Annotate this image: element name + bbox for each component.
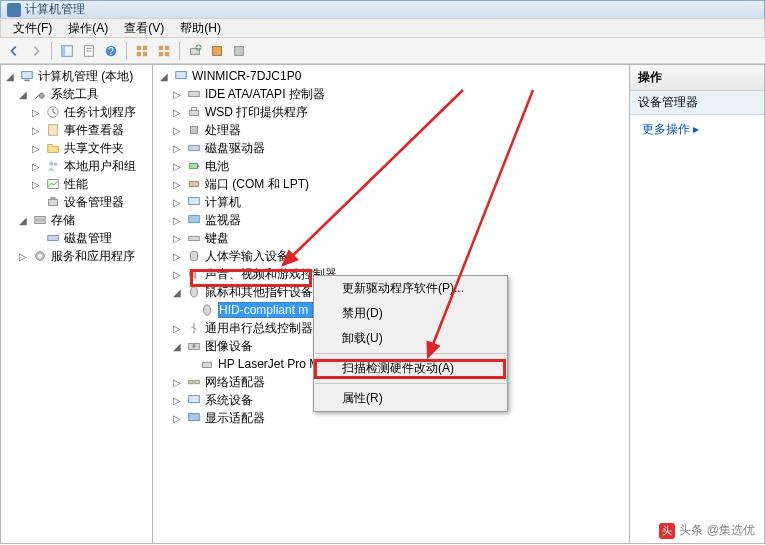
svg-rect-15	[191, 48, 200, 54]
back-button[interactable]	[4, 41, 24, 61]
svg-point-47	[204, 305, 211, 316]
svg-rect-28	[35, 217, 46, 220]
computer-icon	[173, 68, 189, 84]
device-category[interactable]: ▷IDE ATA/ATAPI 控制器	[157, 85, 625, 103]
svg-point-49	[192, 344, 196, 348]
ctx-scan-hardware[interactable]: 扫描检测硬件改动(A)	[314, 356, 507, 381]
tool2-button[interactable]	[229, 41, 249, 61]
svg-rect-51	[189, 380, 193, 384]
svg-rect-8	[143, 45, 147, 49]
svg-rect-20	[24, 80, 29, 82]
disk-icon	[186, 140, 202, 156]
grid2-button[interactable]	[154, 41, 174, 61]
ctx-separator	[315, 353, 506, 354]
show-hide-button[interactable]	[57, 41, 77, 61]
tree-item[interactable]: ▷任务计划程序	[3, 103, 150, 121]
tree-device-manager[interactable]: 设备管理器	[3, 193, 150, 211]
mouse-icon	[199, 302, 215, 318]
tree-root[interactable]: ◢计算机管理 (本地)	[3, 67, 150, 85]
controller-icon	[186, 86, 202, 102]
tree-item[interactable]: ▷性能	[3, 175, 150, 193]
svg-rect-7	[137, 45, 141, 49]
actions-more-link[interactable]: 更多操作 ▸	[630, 115, 764, 144]
menu-action[interactable]: 操作(A)	[60, 18, 116, 39]
svg-rect-44	[189, 236, 200, 240]
toolbar-separator	[179, 42, 180, 60]
menu-view[interactable]: 查看(V)	[116, 18, 172, 39]
brand-logo-icon: 头	[659, 523, 675, 539]
event-icon	[45, 122, 61, 138]
keyboard-icon	[186, 230, 202, 246]
device-category[interactable]: ▷计算机	[157, 193, 625, 211]
actions-pane: 操作 设备管理器 更多操作 ▸	[630, 64, 765, 544]
device-icon	[45, 194, 61, 210]
tree-item[interactable]: ▷事件查看器	[3, 121, 150, 139]
svg-rect-37	[191, 127, 198, 134]
device-root[interactable]: ◢WINMICR-7DJC1P0	[157, 67, 625, 85]
svg-point-32	[38, 254, 42, 258]
printer-icon	[199, 356, 215, 372]
menu-file[interactable]: 文件(F)	[5, 18, 60, 39]
tree-services[interactable]: ▷服务和应用程序	[3, 247, 150, 265]
device-category[interactable]: ▷磁盘驱动器	[157, 139, 625, 157]
device-category[interactable]: ▷监视器	[157, 211, 625, 229]
svg-rect-35	[190, 110, 199, 115]
device-category[interactable]: ▷电池	[157, 157, 625, 175]
tree-item[interactable]: ▷本地用户和组	[3, 157, 150, 175]
monitor-icon	[186, 212, 202, 228]
svg-point-23	[49, 161, 53, 165]
cpu-icon	[186, 122, 202, 138]
tool1-button[interactable]	[207, 41, 227, 61]
system-icon	[186, 392, 202, 408]
tree-item[interactable]: 磁盘管理	[3, 229, 150, 247]
properties-button[interactable]	[79, 41, 99, 61]
network-icon	[186, 374, 202, 390]
disk-icon	[45, 230, 61, 246]
sound-icon	[186, 266, 202, 282]
device-category[interactable]: ▷键盘	[157, 229, 625, 247]
ctx-update-driver[interactable]: 更新驱动程序软件(P)...	[314, 276, 507, 301]
svg-point-24	[54, 163, 58, 167]
help-button[interactable]: ?	[101, 41, 121, 61]
watermark: 头 头条 @集选优	[659, 522, 755, 539]
watermark-user: @集选优	[707, 522, 755, 539]
svg-rect-1	[62, 45, 66, 56]
storage-icon	[32, 212, 48, 228]
port-icon	[186, 176, 202, 192]
ctx-uninstall[interactable]: 卸载(U)	[314, 326, 507, 351]
svg-rect-14	[165, 51, 169, 55]
svg-rect-22	[49, 125, 58, 136]
device-category[interactable]: ▷处理器	[157, 121, 625, 139]
device-category[interactable]: ▷WSD 打印提供程序	[157, 103, 625, 121]
actions-header: 操作	[630, 65, 764, 91]
device-category[interactable]: ▷端口 (COM 和 LPT)	[157, 175, 625, 193]
svg-rect-43	[189, 216, 200, 223]
toolbar-separator	[126, 42, 127, 60]
tree-item[interactable]: ▷共享文件夹	[3, 139, 150, 157]
computer-icon	[186, 194, 202, 210]
svg-rect-38	[189, 145, 200, 150]
menu-help[interactable]: 帮助(H)	[172, 18, 229, 39]
grid1-button[interactable]	[132, 41, 152, 61]
svg-text:?: ?	[108, 44, 114, 56]
gear-icon	[32, 248, 48, 264]
svg-rect-52	[195, 380, 199, 384]
perf-icon	[45, 176, 61, 192]
forward-button[interactable]	[26, 41, 46, 61]
wrench-icon	[32, 86, 48, 102]
svg-rect-29	[35, 221, 46, 224]
tree-storage[interactable]: ◢存储	[3, 211, 150, 229]
scan-button[interactable]	[185, 41, 205, 61]
clock-icon	[45, 104, 61, 120]
svg-rect-12	[165, 45, 169, 49]
svg-point-46	[191, 287, 198, 298]
toolbar: ?	[0, 38, 765, 64]
device-category[interactable]: ▷人体学输入设备	[157, 247, 625, 265]
hid-icon	[186, 248, 202, 264]
ctx-properties[interactable]: 属性(R)	[314, 386, 507, 411]
tree-system-tools[interactable]: ◢系统工具	[3, 85, 150, 103]
ctx-disable[interactable]: 禁用(D)	[314, 301, 507, 326]
watermark-brand: 头条	[679, 522, 703, 539]
folder-share-icon	[45, 140, 61, 156]
svg-rect-39	[190, 163, 198, 168]
